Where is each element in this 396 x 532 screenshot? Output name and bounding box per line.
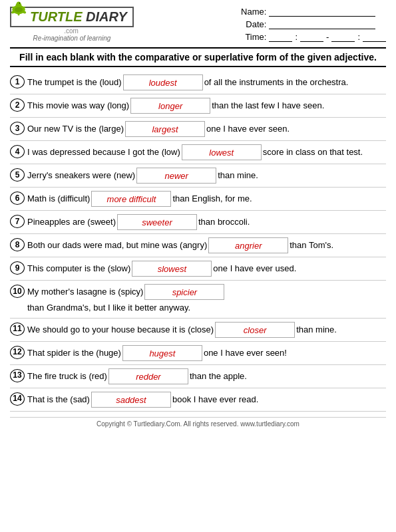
- footer: Copyright © Turtlediary.Com. All rights …: [10, 417, 386, 428]
- header: TURTLE DIARY .com Re-imagination of lear…: [10, 7, 386, 42]
- question-text: We should go to your house because it is…: [27, 322, 386, 338]
- logo-area: TURTLE DIARY .com Re-imagination of lear…: [10, 7, 134, 42]
- question-row: 7Pineapples are (sweet) sweeter than bro…: [10, 211, 386, 234]
- question-row: 9This computer is the (slow) slowest one…: [10, 257, 386, 281]
- answer-box[interactable]: spicier: [144, 284, 224, 300]
- question-after: than mine.: [296, 323, 337, 336]
- date-line: [269, 20, 375, 29]
- question-before: That is the (sad): [27, 393, 90, 406]
- question-row: 10My mother's lasagne is (spicy) spicier…: [10, 281, 386, 319]
- question-text: This computer is the (slow) slowest one …: [27, 261, 386, 277]
- time-line-3: [331, 33, 355, 42]
- logo-turtle-text: TURTLE: [30, 9, 83, 24]
- logo-tagline: Re-imagination of learning: [33, 35, 111, 42]
- logo-com: .com: [64, 27, 79, 35]
- question-after: one I have ever used.: [213, 262, 296, 275]
- question-text: Math is (difficult) more difficult than …: [27, 191, 386, 207]
- question-row: 11We should go to your house because it …: [10, 319, 386, 342]
- question-number: 5: [10, 168, 25, 182]
- question-after: one I have ever seen!: [204, 346, 287, 360]
- svg-point-3: [17, 2, 21, 6]
- answer-box[interactable]: lowest: [182, 144, 262, 160]
- question-before: That spider is the (huge): [27, 346, 121, 360]
- question-row: 13The fire truck is (red) redder than th…: [10, 365, 386, 388]
- question-before: I was depressed because I got the (low): [27, 146, 180, 159]
- time-line-1: [269, 33, 292, 42]
- question-number: 3: [10, 122, 25, 135]
- question-row: 5Jerry's sneakers were (new) newer than …: [10, 164, 386, 188]
- question-number: 11: [10, 323, 25, 336]
- instruction: Fill in each blank with the comparative …: [10, 47, 386, 67]
- time-dash: -: [326, 32, 329, 42]
- answer-box[interactable]: redder: [108, 368, 188, 384]
- question-number: 2: [10, 98, 25, 112]
- svg-point-2: [15, 7, 23, 13]
- question-row: 4I was depressed because I got the (low)…: [10, 141, 386, 164]
- answer-box[interactable]: saddest: [91, 392, 171, 408]
- name-label: Name:: [236, 7, 266, 17]
- name-line: [269, 7, 375, 17]
- question-after: than the last few I have seen.: [212, 99, 324, 112]
- logo-wrapper: TURTLE DIARY: [10, 7, 134, 27]
- question-before: The trumpet is the (loud): [27, 76, 122, 89]
- answer-box[interactable]: longer: [130, 98, 210, 114]
- turtle-icon: [6, 0, 31, 19]
- question-before: Pineapples are (sweet): [27, 215, 116, 229]
- question-text: Both our dads were mad, but mine was (an…: [27, 237, 386, 253]
- question-row: 14That is the (sad) saddest book I have …: [10, 388, 386, 412]
- question-before: My mother's lasagne is (spicy): [27, 285, 143, 299]
- question-row: 2This movie was way (long) longer than t…: [10, 94, 386, 118]
- question-before: Our new TV is the (large): [27, 122, 124, 136]
- answer-box[interactable]: largest: [125, 121, 205, 137]
- question-row: 1The trumpet is the (loud) loudest of al…: [10, 71, 386, 94]
- question-number: 7: [10, 215, 25, 228]
- question-after: than Grandma's, but I like it better any…: [27, 301, 190, 315]
- date-label: Date:: [236, 19, 266, 29]
- svg-point-4: [19, 3, 21, 4]
- time-row: Time: : - :: [236, 32, 386, 42]
- question-before: Math is (difficult): [27, 192, 90, 205]
- answer-box[interactable]: angrier: [208, 237, 288, 253]
- questions-container: 1The trumpet is the (loud) loudest of al…: [10, 71, 386, 412]
- question-number: 13: [10, 369, 25, 382]
- logo-diary-text: DIARY: [86, 9, 127, 24]
- question-text: That is the (sad) saddest book I have ev…: [27, 392, 386, 408]
- question-row: 12That spider is the (huge) hugest one I…: [10, 342, 386, 365]
- question-number: 10: [10, 285, 25, 298]
- answer-box[interactable]: newer: [136, 168, 216, 184]
- question-row: 6Math is (difficult) more difficult than…: [10, 188, 386, 211]
- question-after: than the apple.: [190, 370, 247, 383]
- question-number: 14: [10, 392, 25, 406]
- time-label: Time:: [236, 32, 266, 42]
- answer-box[interactable]: sweeter: [117, 214, 197, 230]
- question-before: This computer is the (slow): [27, 262, 130, 275]
- question-number: 12: [10, 346, 25, 359]
- answer-box[interactable]: loudest: [123, 74, 203, 90]
- answer-box[interactable]: hugest: [122, 345, 202, 361]
- question-before: This movie was way (long): [27, 99, 129, 112]
- question-after: than broccoli.: [198, 215, 250, 229]
- question-text: Pineapples are (sweet) sweeter than broc…: [27, 214, 386, 230]
- question-text: I was depressed because I got the (low) …: [27, 144, 386, 160]
- question-after: than mine.: [218, 169, 258, 182]
- question-row: 8Both our dads were mad, but mine was (a…: [10, 234, 386, 257]
- answer-box[interactable]: closer: [215, 322, 295, 338]
- time-line-4: [363, 33, 386, 42]
- question-text: The fire truck is (red) redder than the …: [27, 368, 386, 384]
- date-row: Date:: [236, 19, 386, 29]
- question-text: Our new TV is the (large) largest one I …: [27, 121, 386, 137]
- question-text: That spider is the (huge) hugest one I h…: [27, 345, 386, 361]
- question-after: of all the instruments in the orchestra.: [204, 76, 349, 89]
- answer-box[interactable]: slowest: [132, 261, 212, 277]
- question-text: This movie was way (long) longer than th…: [27, 98, 386, 114]
- answer-box[interactable]: more difficult: [91, 191, 171, 207]
- time-colon-1: :: [295, 32, 297, 42]
- question-before: Both our dads were mad, but mine was (an…: [27, 239, 207, 252]
- question-after: book I have ever read.: [172, 393, 258, 406]
- question-before: The fire truck is (red): [27, 370, 107, 383]
- question-number: 1: [10, 75, 25, 88]
- question-row: 3Our new TV is the (large) largest one I…: [10, 118, 386, 141]
- time-colon-2: :: [357, 32, 360, 42]
- question-after: one I have ever seen.: [206, 122, 290, 136]
- form-fields: Name: Date: Time: : - :: [236, 7, 386, 42]
